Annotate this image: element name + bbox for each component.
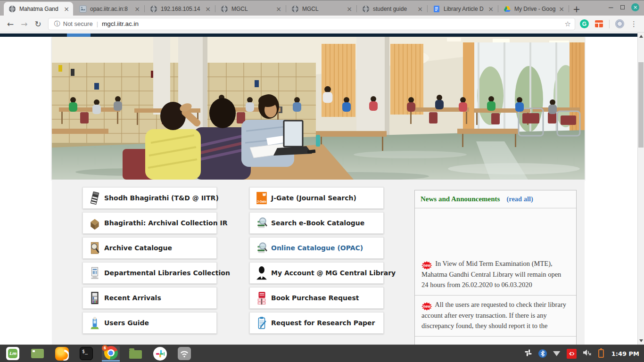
- terminal-icon: $_: [80, 347, 93, 360]
- link-archive-catalogue[interactable]: Archive Catalogue: [83, 237, 217, 259]
- link-recent-arrivals[interactable]: Recent Arrivals: [83, 287, 217, 309]
- network-signal-tray-icon[interactable]: [553, 351, 561, 356]
- tab-student-guide[interactable]: student guide ×: [357, 2, 427, 16]
- folder-icon: [129, 350, 142, 359]
- news-item: new In View of Mid Term Examination (MTE…: [415, 255, 576, 295]
- url-text[interactable]: mgcl.iitr.ac.in: [102, 20, 565, 27]
- scroll-up-arrow-icon[interactable]: [639, 35, 643, 38]
- info-icon[interactable]: ⓘ: [54, 20, 60, 28]
- new-tab-button[interactable]: +: [570, 2, 584, 16]
- hotspot-app-launcher[interactable]: [175, 346, 193, 362]
- show-desktop-button[interactable]: [28, 346, 46, 362]
- reload-icon[interactable]: ↻: [35, 19, 41, 29]
- bookmark-star-icon[interactable]: ☆: [565, 20, 571, 28]
- link-label: Departmental Libraries Collection: [104, 269, 230, 277]
- window-close-button[interactable]: ×: [631, 3, 639, 11]
- tab-title: 192.168.105.14: [161, 6, 204, 12]
- link-opac[interactable]: Online Catalogue (OPAC): [249, 237, 384, 259]
- news-text: In View of Mid Term Examination (MTE), M…: [421, 260, 561, 288]
- link-label: Online Catalogue (OPAC): [271, 244, 363, 252]
- maximize-button[interactable]: [620, 5, 625, 9]
- link-my-account[interactable]: My Account @ MG Central Library: [249, 262, 384, 284]
- link-shodh-bhagirathi[interactable]: Shodh Bhagirathi (T&D @ IITR): [83, 187, 217, 209]
- link-research-paper-request[interactable]: Request for Research Paper: [249, 312, 384, 334]
- back-icon[interactable]: ←: [7, 19, 14, 29]
- tab-close-icon[interactable]: ×: [133, 5, 141, 13]
- link-departmental-libraries[interactable]: Departmental Libraries Collection: [83, 262, 217, 284]
- tab-close-icon[interactable]: ×: [204, 5, 212, 13]
- link-bhagirathi-archival[interactable]: Bhagirathi: Archival Collection IR: [83, 212, 217, 234]
- person-icon: [256, 266, 268, 280]
- tab-my-drive[interactable]: My Drive - Goog ×: [499, 2, 568, 16]
- tab-title: Library Article D: [444, 6, 487, 12]
- wifi-app-icon: [178, 347, 191, 360]
- slack-tray-icon[interactable]: [524, 349, 532, 359]
- tab-title: MGCL: [231, 6, 275, 12]
- address-bar[interactable]: ⓘ Not secure | mgcl.iitr.ac.in ☆: [48, 18, 575, 30]
- red-book-icon: [256, 291, 268, 305]
- tab-title: opac.iitr.ac.in:8: [90, 6, 133, 12]
- tab-mahatma-gandhi-library[interactable]: Mahatma Gand ×: [4, 2, 73, 16]
- grammarly-extension-icon[interactable]: G: [580, 19, 589, 28]
- tab-close-icon[interactable]: ×: [275, 5, 282, 13]
- profile-avatar[interactable]: [615, 19, 624, 28]
- scroll-down-arrow-icon[interactable]: [639, 339, 643, 342]
- tab-close-icon[interactable]: ×: [416, 5, 424, 13]
- tab-strip: Mahatma Gand × opac.iitr.ac.in:8 × 192.1…: [0, 0, 644, 16]
- news-panel: News and Announcements (read all) new In…: [414, 190, 577, 345]
- security-label: Not secure: [63, 20, 93, 27]
- globe-favicon-icon: [8, 5, 16, 13]
- terminal-launcher[interactable]: $_: [77, 346, 95, 362]
- page-scrollbar[interactable]: [637, 33, 644, 345]
- globe-favicon-icon: [362, 5, 370, 13]
- battery-tray-icon[interactable]: [598, 349, 604, 358]
- browser-menu-icon[interactable]: ⋮: [630, 20, 637, 28]
- tab-close-icon[interactable]: ×: [346, 5, 353, 13]
- firefox-launcher[interactable]: [53, 346, 71, 362]
- bluetooth-tray-icon[interactable]: [538, 349, 547, 358]
- link-book-purchase[interactable]: Book Purchase Request: [249, 287, 384, 309]
- link-users-guide[interactable]: Users Guide: [83, 312, 217, 334]
- tab-close-icon[interactable]: ×: [63, 5, 70, 13]
- link-label: Recent Arrivals: [104, 294, 161, 302]
- clipboard-pen-icon: [256, 316, 268, 330]
- mint-menu-button[interactable]: Lm: [4, 346, 22, 362]
- firefox-icon: [55, 347, 69, 361]
- file-manager-launcher[interactable]: [126, 346, 144, 362]
- tab-close-icon[interactable]: ×: [487, 5, 495, 13]
- tab-opac[interactable]: opac.iitr.ac.in:8 ×: [74, 2, 144, 16]
- slack-icon: [153, 347, 167, 361]
- tab-library-article[interactable]: Library Article D ×: [428, 2, 497, 16]
- toolbar-separator: [609, 20, 610, 28]
- news-item: new All the users are requested to check…: [415, 295, 576, 337]
- anydesk-tray-icon[interactable]: [567, 349, 577, 359]
- book-search-icon: [256, 216, 268, 230]
- book-search-icon: [256, 241, 268, 255]
- tab-close-icon[interactable]: ×: [558, 5, 565, 13]
- globe-favicon-icon: [221, 5, 228, 13]
- tab-ip-address[interactable]: 192.168.105.14 ×: [145, 2, 215, 16]
- library-banner-photo: [52, 37, 585, 180]
- tab-mgcl-1[interactable]: MGCL ×: [216, 2, 285, 16]
- chrome-window-button[interactable]: 6: [102, 346, 120, 362]
- slack-launcher[interactable]: [151, 346, 169, 362]
- link-label: Shodh Bhagirathi (T&D @ IITR): [104, 194, 219, 202]
- forward-icon[interactable]: →: [21, 19, 27, 29]
- document-stand-icon: [89, 266, 101, 280]
- catalogue-magnifier-icon: [89, 241, 101, 255]
- tab-mgcl-2[interactable]: MGCL ×: [287, 2, 356, 16]
- link-ebook-catalogue[interactable]: Search e-Book Catalogue: [249, 212, 384, 234]
- read-all-link[interactable]: (read all): [506, 195, 533, 203]
- browser-toolbar: ← → ↻ ⓘ Not secure | mgcl.iitr.ac.in ☆ G…: [0, 16, 644, 33]
- minimize-button[interactable]: −: [608, 4, 614, 11]
- google-docs-favicon-icon: [433, 5, 440, 13]
- link-label: Search e-Book Catalogue: [271, 219, 364, 227]
- orange-extension-icon[interactable]: [595, 20, 603, 27]
- taskbar-clock[interactable]: 1:49 PM: [611, 350, 639, 357]
- kiosk-icon: [89, 316, 101, 330]
- scrollbar-thumb[interactable]: [638, 62, 644, 148]
- link-jgate[interactable]: J-Gate J-Gate (Journal Search): [249, 187, 384, 209]
- page-viewport: Shodh Bhagirathi (T&D @ IITR) Bhagirathi…: [0, 33, 644, 345]
- volume-muted-tray-icon[interactable]: [583, 349, 592, 358]
- tab-title: MGCL: [302, 6, 346, 12]
